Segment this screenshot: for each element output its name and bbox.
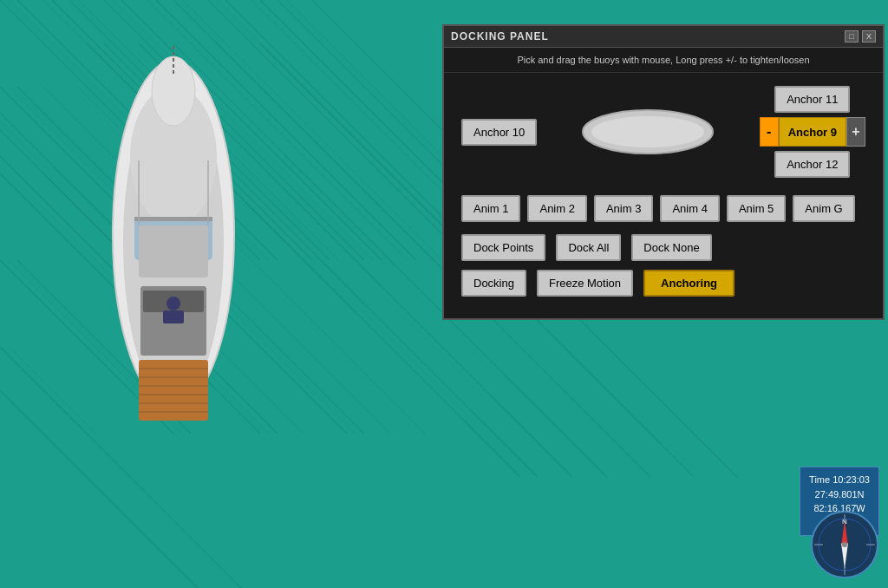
anchor-right-group: Anchor 11 - Anchor 9 + Anchor 12 [760, 86, 865, 178]
anim4-button[interactable]: Anim 4 [660, 195, 719, 222]
freeze-motion-button[interactable]: Freeze Motion [537, 270, 633, 297]
anchor10-button[interactable]: Anchor 10 [461, 119, 537, 146]
docking-action-row: Docking Freeze Motion Anchoring [461, 270, 865, 297]
anchor11-button[interactable]: Anchor 11 [774, 86, 850, 113]
info-lat: 27:49.801N [809, 487, 870, 502]
boat-image [87, 43, 364, 529]
anim1-button[interactable]: Anim 1 [461, 195, 520, 222]
svg-point-76 [591, 116, 704, 147]
anim5-button[interactable]: Anim 5 [727, 195, 786, 222]
plus-button[interactable]: + [846, 117, 865, 147]
boat-shape-display [545, 106, 750, 158]
anchor-boat-row: Anchor 10 Anchor 11 - Anchor 9 + Anchor … [461, 86, 865, 178]
svg-rect-70 [163, 310, 184, 323]
anchor-selected-row: - Anchor 9 + [760, 117, 865, 147]
anim3-button[interactable]: Anim 3 [594, 195, 653, 222]
anim-buttons-row: Anim 1 Anim 2 Anim 3 Anim 4 Anim 5 Anim … [461, 195, 865, 222]
dock-none-button[interactable]: Dock None [631, 234, 711, 261]
dock-all-button[interactable]: Dock All [556, 234, 621, 261]
info-time: Time 10:23:03 [809, 473, 870, 487]
anim2-button[interactable]: Anim 2 [527, 195, 586, 222]
svg-rect-58 [134, 217, 212, 221]
animG-button[interactable]: Anim G [793, 195, 854, 222]
compass: N [810, 510, 879, 579]
close-button[interactable]: X [862, 30, 876, 42]
minus-button[interactable]: - [760, 117, 779, 147]
restore-button[interactable]: □ [845, 30, 859, 42]
panel-instruction: Pick and drag the buoys with mouse, Long… [444, 48, 883, 73]
svg-point-69 [166, 297, 180, 310]
dock-action-row: Dock Points Dock All Dock None [461, 234, 865, 261]
svg-rect-59 [139, 225, 208, 278]
dock-points-button[interactable]: Dock Points [461, 234, 545, 261]
panel-content: Anchor 10 Anchor 11 - Anchor 9 + Anchor … [444, 73, 883, 318]
docking-button[interactable]: Docking [461, 270, 526, 297]
anchor-left-area: Anchor 10 [461, 119, 537, 146]
panel-title: DOCKING PANEL [451, 30, 549, 42]
panel-titlebar: DOCKING PANEL □ X [444, 26, 883, 48]
anchoring-button[interactable]: Anchoring [643, 270, 735, 297]
svg-point-82 [842, 542, 847, 547]
docking-panel: DOCKING PANEL □ X Pick and drag the buoy… [442, 24, 885, 320]
anchor9-label: Anchor 9 [779, 117, 846, 147]
panel-controls: □ X [845, 30, 876, 42]
anchor12-button[interactable]: Anchor 12 [774, 151, 850, 178]
